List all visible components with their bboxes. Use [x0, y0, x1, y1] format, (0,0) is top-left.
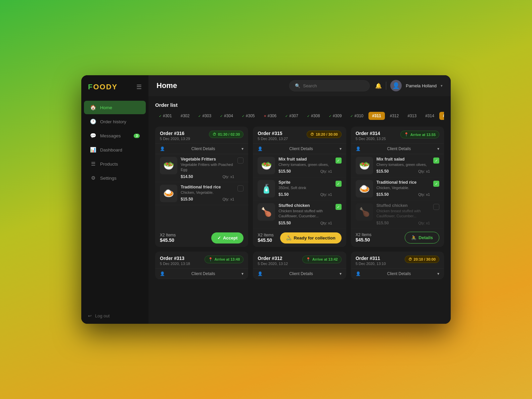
product-image: 🥗 — [160, 157, 177, 174]
timer-text: 01:30 / 02:30 — [218, 132, 240, 136]
product-price: $15.50 — [376, 169, 389, 174]
order-tab-301[interactable]: ✓#301 — [155, 112, 176, 120]
person-icon: 👤 — [160, 271, 165, 276]
logout-button[interactable]: ↩ Log out — [81, 308, 148, 324]
product-info: Sprite 350ml, Soft drink $1.50 Qty: x1 — [278, 180, 332, 197]
messages-icon: 💬 — [90, 133, 96, 139]
chevron-down-icon[interactable]: ▾ — [441, 84, 443, 88]
product-name: Stuffed chicken — [376, 203, 430, 208]
product-item: 🧴 Sprite 350ml, Soft drink $1.50 Qty: x1… — [253, 177, 346, 201]
details-button[interactable]: 🚴 Details — [405, 232, 439, 243]
location-icon: 📍 — [306, 257, 311, 262]
product-info: Mix fruit salad Cherry tomatoes, green o… — [278, 157, 332, 174]
product-checkbox[interactable]: ✓ — [433, 158, 439, 164]
product-image: 🍗 — [356, 203, 373, 221]
search-input[interactable] — [303, 83, 364, 88]
product-checkbox[interactable] — [237, 185, 243, 191]
order-card-314: Order #314 5 Dec 2020, 13:25 📍 Arrive at… — [351, 127, 444, 247]
order-total: $45.50 — [258, 237, 273, 243]
order-list-header: Order list — [155, 102, 444, 108]
order-tab-313[interactable]: #313 — [404, 112, 420, 120]
check-icon: ✓ — [329, 114, 331, 118]
order-number: Order #315 — [258, 131, 288, 136]
home-icon: 🏠 — [90, 104, 96, 110]
sidebar-item-dashboard[interactable]: 📊 Dashboard — [84, 143, 146, 157]
details-label: Details — [418, 235, 433, 240]
cross-icon: ✕ — [264, 114, 266, 118]
product-checkbox[interactable] — [237, 158, 243, 164]
product-checkbox[interactable]: ✓ — [336, 158, 342, 164]
settings-icon: ⚙ — [90, 175, 96, 181]
order-number: Order #312 — [258, 256, 288, 261]
order-tab-307[interactable]: ✓#307 — [281, 112, 302, 120]
card-header-311: Order #311 5 Dec 2020, 13:10 ⏱ 20:10 / 3… — [351, 252, 444, 268]
client-details-toggle-312[interactable]: 👤 Client Details ▾ — [253, 268, 346, 279]
order-tab-305[interactable]: ✓#305 — [238, 112, 259, 120]
sidebar-item-label: Messages — [100, 133, 121, 138]
product-price: $15.50 — [181, 197, 193, 202]
hamburger-icon[interactable]: ☰ — [136, 83, 142, 91]
messages-badge: 3 — [134, 134, 140, 138]
product-item: 🥗 Mix fruit salad Cherry tomatoes, green… — [351, 154, 444, 177]
client-details-label: Client Details — [289, 271, 313, 276]
product-info: Vegetable Fritters Vegetable Fritters wi… — [181, 157, 234, 179]
client-details-toggle-316[interactable]: 👤 Client Details ▾ — [155, 143, 248, 154]
product-info: Stuffed chicken Chicken breast stuffed w… — [278, 203, 332, 225]
chevron-icon: ▾ — [340, 271, 342, 276]
order-tab-310[interactable]: ✓#310 — [347, 112, 367, 120]
order-tab-302[interactable]: #302 — [177, 112, 193, 120]
card-header-313: Order #313 5 Dec 2020, 13:18 📍 Arrive at… — [155, 252, 248, 268]
items-count: X2 Items — [356, 232, 371, 237]
items-count: X2 Items — [258, 233, 273, 237]
product-desc: Chicken, Vegetable. — [376, 185, 430, 190]
product-item: 🥗 Vegetable Fritters Vegetable Fritters … — [155, 154, 248, 182]
chevron-icon: ▾ — [340, 146, 342, 151]
ready-button[interactable]: 🚴 Ready for collection — [280, 232, 341, 243]
client-details-toggle-311[interactable]: 👤 Client Details ▾ — [351, 268, 444, 279]
client-details-toggle-315[interactable]: 👤 Client Details ▾ — [253, 143, 346, 154]
product-name: Mix fruit salad — [376, 157, 430, 162]
price-row: $15.50 Qty: x1 — [181, 197, 234, 202]
client-details-toggle-313[interactable]: 👤 Client Details ▾ — [155, 268, 248, 279]
product-checkbox[interactable]: ✓ — [336, 181, 342, 187]
product-checkbox[interactable] — [433, 204, 439, 210]
product-image: 🍛 — [356, 180, 373, 197]
order-tab-311[interactable]: #311 — [368, 112, 385, 120]
sidebar-item-products[interactable]: ☰ Products — [84, 157, 146, 171]
order-date: 5 Dec 2020, 13:12 — [258, 262, 288, 266]
sidebar-item-order-history[interactable]: 🕐 Order history — [84, 115, 146, 128]
products-icon: ☰ — [90, 161, 96, 167]
product-qty: Qty: x1 — [320, 221, 332, 225]
search-box[interactable]: 🔍 — [289, 80, 370, 91]
product-item: 🍗 Stuffed chicken Chicken breast stuffed… — [351, 201, 444, 228]
order-tab-309[interactable]: ✓#309 — [325, 112, 346, 120]
client-details-toggle-314[interactable]: 👤 Client Details ▾ — [351, 143, 444, 154]
page-title: Home — [157, 81, 284, 90]
sidebar-item-messages[interactable]: 💬 Messages 3 — [84, 129, 146, 142]
order-tab-304[interactable]: ✓#304 — [216, 112, 237, 120]
history-icon: 🕐 — [90, 119, 96, 125]
product-qty: Qty: x1 — [222, 175, 234, 179]
order-card-313: Order #313 5 Dec 2020, 13:18 📍 Arrive at… — [155, 252, 248, 279]
price-row: $15.50 Qty: x1 — [278, 169, 332, 174]
order-tab-314[interactable]: #314 — [422, 112, 438, 120]
notification-icon[interactable]: 🔔 — [375, 83, 382, 89]
order-tab-303[interactable]: ✓#303 — [194, 112, 215, 120]
product-desc: Cherry tomatoes, green olives, — [278, 162, 332, 167]
order-tab-306[interactable]: ✕#306 — [260, 112, 280, 120]
order-tab-312[interactable]: #312 — [386, 112, 403, 120]
product-checkbox[interactable]: ✓ — [433, 181, 439, 187]
topbar-right: 🔔 👤 Pamela Holland ▾ — [375, 80, 443, 91]
sidebar-item-settings[interactable]: ⚙ Settings — [84, 171, 146, 185]
app-window: FOODY ☰ 🏠 Home 🕐 Order history 💬 Message… — [81, 75, 451, 324]
product-desc: Chicken breast stuffed with Cauliflower,… — [278, 209, 332, 219]
product-checkbox[interactable]: ✓ — [336, 204, 342, 210]
accept-button[interactable]: ✓ Accept — [211, 232, 243, 243]
order-tab-315[interactable]: #315 — [439, 112, 444, 120]
sidebar-item-home[interactable]: 🏠 Home — [84, 101, 146, 114]
product-info: Traditional fried rice Chicken, Vegetabl… — [181, 185, 234, 202]
order-card-316: Order #316 5 Dec 2020, 13:29 ⏱ 01:30 / 0… — [155, 127, 248, 247]
order-tab-308[interactable]: ✓#308 — [303, 112, 324, 120]
order-tabs: ✓#301 #302 ✓#303 ✓#304 ✓#305 ✕#306 ✓#307… — [155, 112, 444, 121]
arrive-text: Arrive at 13.55 — [410, 133, 436, 137]
